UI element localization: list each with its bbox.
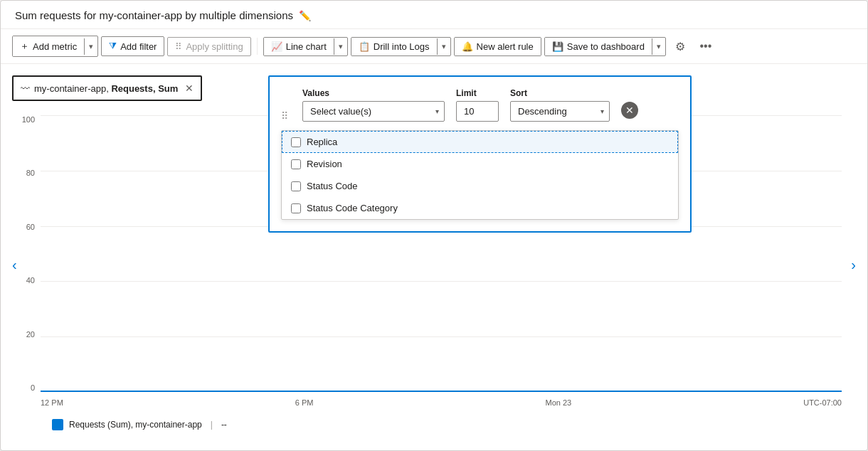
status-code-category-checkbox[interactable] [291, 203, 301, 213]
metric-text: my-container-app, Requests, Sum [34, 83, 178, 94]
limit-field: Limit [456, 88, 499, 122]
save-dashboard-button[interactable]: 💾 Save to dashboard [545, 38, 652, 55]
metric-row: 〰 my-container-app, Requests, Sum ✕ ⠿ Va… [12, 75, 856, 101]
content-area: 〰 my-container-app, Requests, Sum ✕ ⠿ Va… [1, 64, 867, 450]
title-bar: Sum requests for my-container-app by mul… [1, 1, 867, 29]
save-dashboard-group[interactable]: 💾 Save to dashboard ▾ [544, 37, 666, 56]
apply-splitting-button[interactable]: ⠿ Apply splitting [167, 37, 250, 56]
drag-handle-icon: ⠿ [281, 110, 288, 122]
drill-logs-chevron[interactable]: ▾ [437, 38, 450, 55]
y-axis: 0 20 40 60 80 100 [12, 115, 41, 392]
filter-icon: ⧩ [109, 41, 117, 52]
revision-checkbox[interactable] [291, 159, 301, 169]
values-select-wrapper: Select value(s) Replica Revision Status … [302, 101, 445, 122]
x-label-mon23: Mon 23 [545, 398, 571, 407]
gear-icon: ⚙ [675, 40, 685, 53]
splitting-icon: ⠿ [175, 41, 182, 52]
revision-label: Revision [307, 159, 342, 169]
limit-label: Limit [456, 88, 499, 98]
sort-select-wrapper: Descending Ascending ▾ [510, 101, 610, 122]
page-title: Sum requests for my-container-app by mul… [15, 9, 293, 21]
new-alert-button[interactable]: 🔔 New alert rule [455, 38, 541, 55]
chart-nav-left[interactable]: ‹ [12, 256, 17, 272]
sort-select[interactable]: Descending Ascending [510, 101, 610, 122]
line-chart-label: Line chart [286, 41, 327, 52]
grid-line-20 [41, 336, 842, 337]
add-filter-label: Add filter [120, 41, 157, 52]
metric-trend-icon: 〰 [21, 83, 30, 94]
status-code-category-label: Status Code Category [307, 203, 398, 213]
x-label-6pm: 6 PM [295, 398, 314, 407]
sort-field: Sort Descending Ascending ▾ [510, 88, 610, 122]
legend-value: -- [221, 420, 227, 430]
splitting-panel: ⠿ Values Select value(s) Replica Revisio… [268, 75, 692, 233]
status-code-checkbox[interactable] [291, 181, 301, 191]
metric-chip: 〰 my-container-app, Requests, Sum ✕ [12, 75, 202, 101]
edit-icon[interactable]: ✏️ [299, 10, 311, 21]
x-axis: 12 PM 6 PM Mon 23 UTC-07:00 [41, 396, 842, 413]
splitting-panel-header: ⠿ Values Select value(s) Replica Revisio… [281, 88, 679, 122]
dropdown-list: Replica Revision Status Code Status Code… [281, 130, 679, 220]
y-label-80: 80 [26, 169, 35, 177]
list-item-replica[interactable]: Replica [282, 131, 678, 153]
settings-button[interactable]: ⚙ [669, 35, 692, 58]
y-label-40: 40 [26, 276, 35, 285]
values-label: Values [302, 88, 445, 98]
save-icon: 💾 [552, 41, 563, 52]
metric-close-button[interactable]: ✕ [185, 83, 194, 94]
status-code-label: Status Code [307, 181, 358, 191]
apply-splitting-label: Apply splitting [186, 41, 243, 52]
toolbar: ＋ Add metric ▾ ⧩ Add filter ⠿ Apply spli… [1, 29, 867, 64]
line-chart-button[interactable]: 📈 Line chart [264, 38, 334, 55]
list-item-status-code-category[interactable]: Status Code Category [282, 197, 678, 219]
sort-label: Sort [510, 88, 610, 98]
list-item-revision[interactable]: Revision [282, 153, 678, 175]
chart-nav-right[interactable]: › [851, 256, 856, 272]
add-metric-label: Add metric [33, 41, 77, 52]
separator-1 [257, 38, 258, 55]
new-alert-group[interactable]: 🔔 New alert rule [454, 37, 541, 56]
grid-line-40 [41, 281, 842, 282]
save-dashboard-label: Save to dashboard [567, 41, 645, 52]
list-item-status-code[interactable]: Status Code [282, 175, 678, 197]
baseline [41, 391, 842, 392]
legend-color-swatch [52, 419, 63, 430]
new-alert-label: New alert rule [477, 41, 534, 52]
legend-separator: | [211, 420, 213, 430]
chart-icon: 📈 [271, 41, 282, 52]
add-metric-chevron[interactable]: ▾ [84, 38, 97, 55]
add-filter-button[interactable]: ⧩ Add filter [101, 36, 164, 56]
main-window: Sum requests for my-container-app by mul… [0, 0, 868, 451]
values-field: Values Select value(s) Replica Revision … [302, 88, 445, 122]
replica-label: Replica [307, 137, 337, 147]
x-label-12pm: 12 PM [41, 398, 63, 407]
alert-icon: 🔔 [462, 41, 473, 52]
y-label-100: 100 [22, 115, 35, 124]
x-label-utc: UTC-07:00 [803, 398, 842, 407]
ellipsis-icon: ••• [699, 40, 711, 53]
y-label-20: 20 [26, 330, 35, 339]
more-options-button[interactable]: ••• [694, 35, 717, 58]
drill-logs-label: Drill into Logs [374, 41, 430, 52]
replica-checkbox[interactable] [291, 137, 301, 147]
add-metric-button[interactable]: ＋ Add metric [13, 36, 84, 56]
logs-icon: 📋 [359, 41, 370, 52]
y-label-60: 60 [26, 223, 35, 231]
legend-text: Requests (Sum), my-container-app [69, 420, 202, 430]
line-chart-group[interactable]: 📈 Line chart ▾ [263, 37, 348, 56]
plus-icon: ＋ [20, 40, 29, 53]
values-select[interactable]: Select value(s) Replica Revision Status … [302, 101, 445, 122]
limit-input[interactable] [456, 101, 499, 122]
line-chart-chevron[interactable]: ▾ [334, 38, 347, 55]
save-dashboard-chevron[interactable]: ▾ [652, 38, 665, 55]
drill-logs-group[interactable]: 📋 Drill into Logs ▾ [351, 37, 451, 56]
drill-logs-button[interactable]: 📋 Drill into Logs [351, 38, 437, 55]
legend: Requests (Sum), my-container-app | -- [12, 413, 856, 439]
close-panel-button[interactable]: ✕ [621, 102, 638, 119]
add-metric-group[interactable]: ＋ Add metric ▾ [12, 36, 98, 57]
y-label-0: 0 [31, 383, 35, 392]
